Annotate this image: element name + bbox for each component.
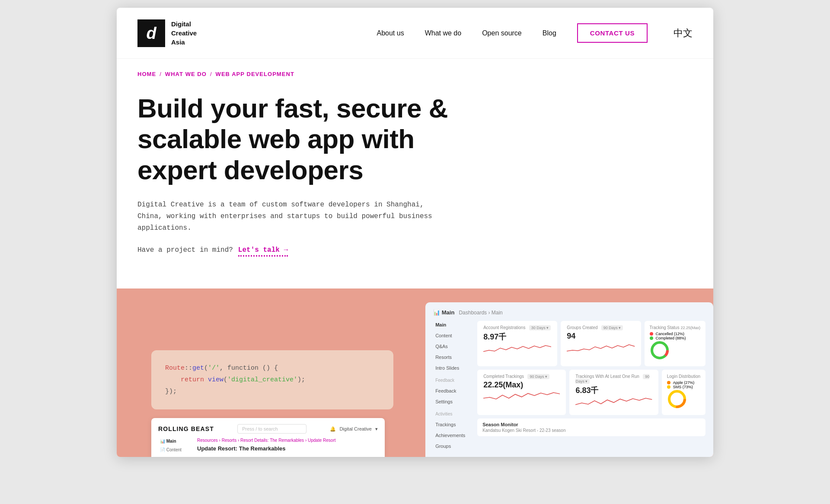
rolling-breadcrumb: Resources › Resorts › Resort Details: Th… — [197, 438, 378, 443]
dash-metric-grp-value: 94 — [567, 332, 635, 341]
chart-bar-icon: 📊 — [433, 309, 440, 316]
logo-link[interactable]: d Digital Creative Asia — [137, 19, 197, 47]
nav-about[interactable]: About us — [377, 29, 404, 37]
dash-sidebar-achievements[interactable]: Achievements — [433, 431, 472, 439]
logo-box: d — [137, 19, 165, 47]
code-punct5: ); — [297, 376, 305, 384]
user-label: Digital Creative — [339, 426, 372, 431]
completed-dot — [650, 336, 653, 340]
logo-line1: Digital — [171, 20, 191, 28]
dash-sidebar-trackings[interactable]: Trackings — [433, 421, 472, 428]
dash-layout: Main Content Q&As Resorts Intro Slides F… — [433, 321, 706, 450]
preview-section: Route::get('/', function () { return vie… — [117, 288, 713, 457]
dash-sidebar-activities-h: Activities — [433, 410, 472, 418]
season-monitor-sub: Kandatsu Kogen Ski Resort - 22-23 season — [482, 428, 700, 433]
dash-main-title: 📊 Main — [433, 309, 454, 316]
code-view: view — [208, 376, 223, 384]
language-button[interactable]: 中文 — [674, 27, 693, 40]
dash-sidebar-intro[interactable]: Intro Slides — [433, 364, 472, 372]
navigation: d Digital Creative Asia About us What we… — [117, 8, 713, 59]
dash-sidebar-resorts[interactable]: Resorts — [433, 353, 472, 361]
nav-blog[interactable]: Blog — [543, 29, 556, 37]
dash-metric-registrations: Account Registrations 30 Days ▾ 8.97千 — [477, 321, 557, 366]
hero-section: Build your fast, secure & scalable web a… — [117, 77, 713, 271]
dash-sidebar-content[interactable]: Content — [433, 332, 472, 339]
dash-donut-legend2: Completed (88%) — [650, 336, 700, 340]
apple-dot — [667, 381, 670, 384]
preview-left: Route::get('/', function () { return vie… — [117, 350, 425, 457]
dash-donut-login: Login Distribution Apple (27%) SMS (73%) — [662, 370, 706, 415]
dash-metric-completed: Completed Trackings 90 Days ▾ 22.25(Max) — [477, 370, 566, 415]
hero-cta-link[interactable]: Let's talk → — [238, 246, 288, 254]
rolling-sidebar-main[interactable]: 📊 Main — [158, 438, 193, 444]
code-punct6: }); — [165, 388, 177, 395]
chart-icon: 📊 — [160, 439, 165, 444]
code-punct1: :: — [185, 365, 192, 372]
rolling-main-content: Resources › Resorts › Resort Details: Th… — [197, 438, 378, 453]
dash-donut-login-label: Login Distribution — [667, 374, 700, 379]
logo-line2: Creative — [171, 29, 197, 37]
dash-metric-grp-label: Groups Created 90 Days ▾ — [567, 325, 635, 330]
dash-sidebar-qas[interactable]: Q&As — [433, 342, 472, 350]
dash-metric-run-chart — [575, 397, 652, 407]
logo-letter: d — [146, 25, 156, 41]
code-card: Route::get('/', function () { return vie… — [151, 350, 393, 409]
completed-label: Completed (88%) — [656, 336, 686, 340]
dash-metric-reg-value: 8.97千 — [483, 332, 551, 342]
season-monitor-label: Season Monitor — [482, 422, 700, 427]
dash-donut-legend1: Cancelled (12%) — [650, 332, 700, 336]
dash-metric-reg-label: Account Registrations 30 Days ▾ — [483, 325, 551, 330]
code-str2: 'digital_creative' — [227, 376, 297, 384]
code-return: return — [181, 376, 204, 384]
logo-line3: Asia — [171, 38, 185, 46]
dash-row-2: Completed Trackings 90 Days ▾ 22.25(Max) — [477, 370, 706, 415]
contact-button[interactable]: CONTACT US — [577, 23, 648, 43]
donut-chart-2 — [667, 389, 687, 409]
code-fn: get — [192, 365, 204, 372]
dash-metric-groups: Groups Created 90 Days ▾ 94 — [561, 321, 641, 366]
rolling-sidebar: 📊 Main 📄 Content — [158, 438, 193, 453]
dash-donut-label1: Tracking Status 22.25(Max) — [650, 325, 700, 330]
rolling-sidebar-content[interactable]: 📄 Content — [158, 447, 193, 453]
dash-sidebar-feedback-h: Feedback — [433, 377, 472, 384]
browser-window: d Digital Creative Asia About us What we… — [117, 8, 713, 457]
content-icon: 📄 — [160, 447, 165, 452]
code-punct4: ( — [223, 376, 227, 384]
dash-content-col: Account Registrations 30 Days ▾ 8.97千 — [477, 321, 706, 450]
dashboard-card: 📊 Main Dashboards › Main Main Content Q&… — [425, 302, 713, 457]
breadcrumb-sep2: / — [210, 71, 212, 77]
hero-title: Build your fast, secure & scalable web a… — [137, 93, 501, 185]
dash-metric-one-run: Trackings With At Least One Run 90 Days … — [569, 370, 658, 415]
breadcrumb-home[interactable]: HOME — [137, 71, 156, 77]
dash-breadcrumb: Dashboards › Main — [459, 310, 502, 316]
rolling-beast-card: ROLLING BEAST Press / to search 🔔 Digita… — [151, 418, 385, 457]
rolling-actions: 🔔 Digital Creative ▾ — [330, 426, 378, 432]
sms-dot — [667, 385, 670, 389]
dash-metric-comp-chart — [483, 391, 560, 401]
chevron-down-icon: ▾ — [375, 426, 378, 432]
logo-text: Digital Creative Asia — [171, 19, 197, 47]
hero-description: Digital Creative is a team of custom sof… — [137, 199, 440, 235]
rolling-content: 📊 Main 📄 Content Resources › Resorts › R… — [158, 438, 378, 453]
code-keyword: Route — [165, 365, 185, 372]
dash-metric-reg-chart — [483, 344, 551, 353]
rolling-page-title: Update Resort: The Remarkables — [197, 445, 378, 452]
dash-sidebar-settings[interactable]: Settings — [433, 398, 472, 406]
breadcrumb-current[interactable]: WEB APP DEVELOPMENT — [216, 71, 294, 77]
nav-what-we-do[interactable]: What we do — [425, 29, 461, 37]
dash-metric-comp-value: 22.25(Max) — [483, 380, 560, 390]
donut-chart-1 — [650, 340, 670, 360]
code-punct3: , function () { — [220, 365, 278, 372]
code-punct2: ( — [204, 365, 208, 372]
dash-sidebar-groups[interactable]: Groups — [433, 442, 472, 450]
dash-metric-run-value: 6.83千 — [575, 385, 652, 396]
preview-right: 📊 Main Dashboards › Main Main Content Q&… — [425, 302, 713, 457]
breadcrumb-what-we-do[interactable]: WHAT WE DO — [165, 71, 207, 77]
nav-open-source[interactable]: Open source — [482, 29, 522, 37]
hero-cta-prefix: Have a project in mind? — [137, 246, 233, 254]
rolling-search[interactable]: Press / to search — [237, 424, 306, 434]
dash-sidebar-feedback[interactable]: Feedback — [433, 387, 472, 395]
dash-sidebar-main[interactable]: Main — [433, 321, 472, 329]
dash-login-legend1: Apple (27%) — [667, 380, 700, 385]
dash-metric-comp-label: Completed Trackings 90 Days ▾ — [483, 374, 560, 379]
